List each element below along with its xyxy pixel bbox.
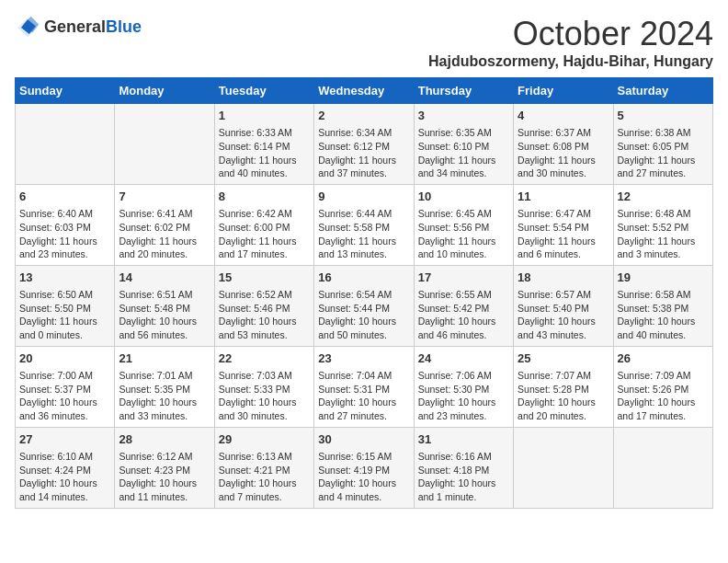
logo: GeneralBlue	[15, 15, 142, 40]
day-number: 26	[618, 350, 709, 367]
day-info: Sunrise: 6:48 AMSunset: 5:52 PMDaylight:…	[618, 207, 709, 261]
day-number: 10	[418, 189, 509, 205]
day-info: Sunrise: 7:00 AMSunset: 5:37 PMDaylight:…	[19, 369, 110, 423]
day-info: Sunrise: 6:13 AMSunset: 4:21 PMDaylight:…	[219, 450, 310, 504]
weekday-header-wednesday: Wednesday	[314, 78, 414, 104]
calendar-cell: 31Sunrise: 6:16 AMSunset: 4:18 PMDayligh…	[414, 427, 513, 508]
day-info: Sunrise: 7:03 AMSunset: 5:33 PMDaylight:…	[219, 369, 310, 423]
day-number: 16	[318, 270, 409, 286]
calendar-cell: 22Sunrise: 7:03 AMSunset: 5:33 PMDayligh…	[214, 346, 313, 427]
calendar-cell: 23Sunrise: 7:04 AMSunset: 5:31 PMDayligh…	[314, 346, 414, 427]
day-number: 7	[119, 189, 210, 205]
day-number: 9	[318, 189, 409, 205]
day-info: Sunrise: 6:33 AMSunset: 6:14 PMDaylight:…	[219, 126, 310, 180]
calendar-cell	[613, 427, 712, 508]
day-info: Sunrise: 6:50 AMSunset: 5:50 PMDaylight:…	[19, 288, 110, 342]
calendar-week-3: 13Sunrise: 6:50 AMSunset: 5:50 PMDayligh…	[16, 265, 713, 346]
day-number: 6	[19, 189, 110, 205]
header-row: SundayMondayTuesdayWednesdayThursdayFrid…	[16, 78, 713, 104]
calendar-cell: 3Sunrise: 6:35 AMSunset: 6:10 PMDaylight…	[414, 104, 513, 185]
calendar-cell: 20Sunrise: 7:00 AMSunset: 5:37 PMDayligh…	[16, 346, 115, 427]
calendar-cell: 10Sunrise: 6:45 AMSunset: 5:56 PMDayligh…	[414, 184, 513, 265]
calendar-cell: 15Sunrise: 6:52 AMSunset: 5:46 PMDayligh…	[214, 265, 313, 346]
day-number: 28	[119, 431, 210, 448]
calendar-header: SundayMondayTuesdayWednesdayThursdayFrid…	[16, 78, 713, 104]
location-title: Hajduboszormeny, Hajdu-Bihar, Hungary	[428, 53, 713, 70]
day-info: Sunrise: 6:15 AMSunset: 4:19 PMDaylight:…	[318, 450, 409, 504]
day-number: 20	[19, 350, 110, 367]
day-number: 18	[518, 270, 609, 286]
day-info: Sunrise: 6:16 AMSunset: 4:18 PMDaylight:…	[418, 450, 509, 504]
day-info: Sunrise: 6:41 AMSunset: 6:02 PMDaylight:…	[119, 207, 210, 261]
calendar-cell	[115, 104, 214, 185]
day-info: Sunrise: 6:52 AMSunset: 5:46 PMDaylight:…	[219, 288, 310, 342]
day-info: Sunrise: 6:42 AMSunset: 6:00 PMDaylight:…	[219, 207, 310, 261]
day-number: 30	[318, 431, 409, 448]
day-number: 24	[418, 350, 509, 367]
day-number: 14	[119, 270, 210, 286]
day-info: Sunrise: 6:57 AMSunset: 5:40 PMDaylight:…	[518, 288, 609, 342]
day-info: Sunrise: 6:58 AMSunset: 5:38 PMDaylight:…	[618, 288, 709, 342]
day-info: Sunrise: 6:34 AMSunset: 6:12 PMDaylight:…	[318, 126, 409, 180]
calendar-cell: 16Sunrise: 6:54 AMSunset: 5:44 PMDayligh…	[314, 265, 414, 346]
day-number: 23	[318, 350, 409, 367]
calendar-cell: 13Sunrise: 6:50 AMSunset: 5:50 PMDayligh…	[16, 265, 115, 346]
calendar-week-2: 6Sunrise: 6:40 AMSunset: 6:03 PMDaylight…	[16, 184, 713, 265]
day-info: Sunrise: 7:09 AMSunset: 5:26 PMDaylight:…	[618, 369, 709, 423]
day-info: Sunrise: 7:07 AMSunset: 5:28 PMDaylight:…	[518, 369, 609, 423]
day-number: 25	[518, 350, 609, 367]
day-info: Sunrise: 6:44 AMSunset: 5:58 PMDaylight:…	[318, 207, 409, 261]
logo-general-text: General	[44, 17, 106, 36]
weekday-header-tuesday: Tuesday	[214, 78, 313, 104]
day-number: 15	[219, 270, 310, 286]
calendar-week-4: 20Sunrise: 7:00 AMSunset: 5:37 PMDayligh…	[16, 346, 713, 427]
day-info: Sunrise: 6:12 AMSunset: 4:23 PMDaylight:…	[119, 450, 210, 504]
page-header: GeneralBlue October 2024 Hajduboszormeny…	[15, 15, 713, 70]
calendar-cell: 2Sunrise: 6:34 AMSunset: 6:12 PMDaylight…	[314, 104, 414, 185]
day-info: Sunrise: 6:40 AMSunset: 6:03 PMDaylight:…	[19, 207, 110, 261]
calendar-cell: 21Sunrise: 7:01 AMSunset: 5:35 PMDayligh…	[115, 346, 214, 427]
calendar-table: SundayMondayTuesdayWednesdayThursdayFrid…	[15, 77, 713, 509]
calendar-cell: 5Sunrise: 6:38 AMSunset: 6:05 PMDaylight…	[613, 104, 712, 185]
calendar-cell: 12Sunrise: 6:48 AMSunset: 5:52 PMDayligh…	[613, 184, 712, 265]
weekday-header-saturday: Saturday	[613, 78, 712, 104]
day-number: 19	[618, 270, 709, 286]
day-number: 5	[618, 108, 709, 124]
day-number: 3	[418, 108, 509, 124]
calendar-cell: 7Sunrise: 6:41 AMSunset: 6:02 PMDaylight…	[115, 184, 214, 265]
day-number: 8	[219, 189, 310, 205]
calendar-cell: 25Sunrise: 7:07 AMSunset: 5:28 PMDayligh…	[514, 346, 613, 427]
calendar-cell: 26Sunrise: 7:09 AMSunset: 5:26 PMDayligh…	[613, 346, 712, 427]
day-info: Sunrise: 6:38 AMSunset: 6:05 PMDaylight:…	[618, 126, 709, 180]
calendar-cell	[514, 427, 613, 508]
calendar-cell: 28Sunrise: 6:12 AMSunset: 4:23 PMDayligh…	[115, 427, 214, 508]
day-number: 1	[219, 108, 310, 124]
title-block: October 2024 Hajduboszormeny, Hajdu-Biha…	[428, 15, 713, 70]
logo-blue-text: Blue	[106, 17, 142, 36]
day-info: Sunrise: 7:01 AMSunset: 5:35 PMDaylight:…	[119, 369, 210, 423]
weekday-header-friday: Friday	[514, 78, 613, 104]
day-info: Sunrise: 6:47 AMSunset: 5:54 PMDaylight:…	[518, 207, 609, 261]
day-number: 2	[318, 108, 409, 124]
day-number: 27	[19, 431, 110, 448]
day-info: Sunrise: 6:54 AMSunset: 5:44 PMDaylight:…	[318, 288, 409, 342]
calendar-cell: 24Sunrise: 7:06 AMSunset: 5:30 PMDayligh…	[414, 346, 513, 427]
calendar-cell: 18Sunrise: 6:57 AMSunset: 5:40 PMDayligh…	[514, 265, 613, 346]
calendar-body: 1Sunrise: 6:33 AMSunset: 6:14 PMDaylight…	[16, 104, 713, 509]
calendar-cell: 6Sunrise: 6:40 AMSunset: 6:03 PMDaylight…	[16, 184, 115, 265]
day-number: 4	[518, 108, 609, 124]
day-info: Sunrise: 6:35 AMSunset: 6:10 PMDaylight:…	[418, 126, 509, 180]
logo-icon	[15, 15, 40, 40]
day-number: 31	[418, 431, 509, 448]
day-info: Sunrise: 6:45 AMSunset: 5:56 PMDaylight:…	[418, 207, 509, 261]
calendar-week-1: 1Sunrise: 6:33 AMSunset: 6:14 PMDaylight…	[16, 104, 713, 185]
weekday-header-thursday: Thursday	[414, 78, 513, 104]
calendar-cell: 1Sunrise: 6:33 AMSunset: 6:14 PMDaylight…	[214, 104, 313, 185]
calendar-cell: 8Sunrise: 6:42 AMSunset: 6:00 PMDaylight…	[214, 184, 313, 265]
calendar-cell: 14Sunrise: 6:51 AMSunset: 5:48 PMDayligh…	[115, 265, 214, 346]
calendar-cell: 9Sunrise: 6:44 AMSunset: 5:58 PMDaylight…	[314, 184, 414, 265]
day-number: 13	[19, 270, 110, 286]
day-info: Sunrise: 7:04 AMSunset: 5:31 PMDaylight:…	[318, 369, 409, 423]
day-info: Sunrise: 6:51 AMSunset: 5:48 PMDaylight:…	[119, 288, 210, 342]
calendar-week-5: 27Sunrise: 6:10 AMSunset: 4:24 PMDayligh…	[16, 427, 713, 508]
